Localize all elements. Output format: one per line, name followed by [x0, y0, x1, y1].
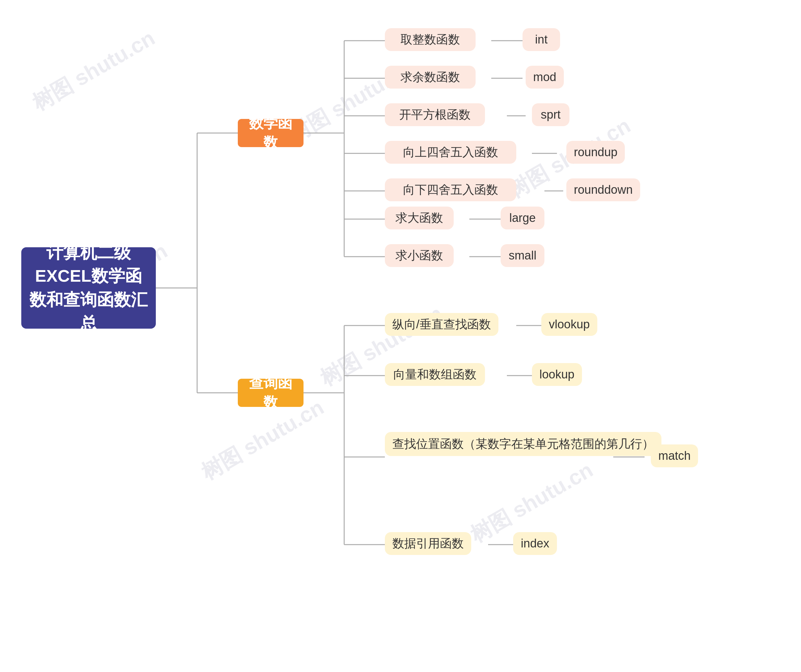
math-label-3: 向上四舍五入函数: [385, 141, 516, 164]
math-label-6: 求小函数: [385, 244, 454, 267]
math-func-6: small: [500, 244, 544, 267]
category-math: 数学函数: [238, 119, 304, 147]
query-label-3: 数据引用函数: [385, 532, 471, 555]
math-label-1: 求余数函数: [385, 66, 476, 89]
query-func-2: match: [651, 445, 698, 467]
math-label-2: 开平方根函数: [385, 103, 485, 126]
math-func-0: int: [523, 28, 560, 51]
math-func-3: roundup: [566, 141, 625, 164]
math-func-2: sprt: [532, 103, 569, 126]
math-label-0: 取整数函数: [385, 28, 476, 51]
root-title: 计算机二级EXCEL数学函 数和查询函数汇总: [21, 247, 156, 329]
category-query: 查询函数: [238, 379, 304, 407]
math-func-5: large: [500, 206, 544, 229]
math-func-4: rounddown: [566, 179, 640, 201]
query-func-3: index: [513, 532, 557, 555]
math-label-4: 向下四舍五入函数: [385, 179, 516, 201]
math-label-5: 求大函数: [385, 206, 454, 229]
query-func-1: lookup: [532, 363, 582, 386]
query-label-2: 查找位置函数（某数字在某单元格范围的第几行）: [385, 432, 661, 456]
math-func-1: mod: [526, 66, 564, 89]
query-label-0: 纵向/垂直查找函数: [385, 313, 499, 336]
query-func-0: vlookup: [541, 313, 597, 336]
query-label-1: 向量和数组函数: [385, 363, 485, 386]
